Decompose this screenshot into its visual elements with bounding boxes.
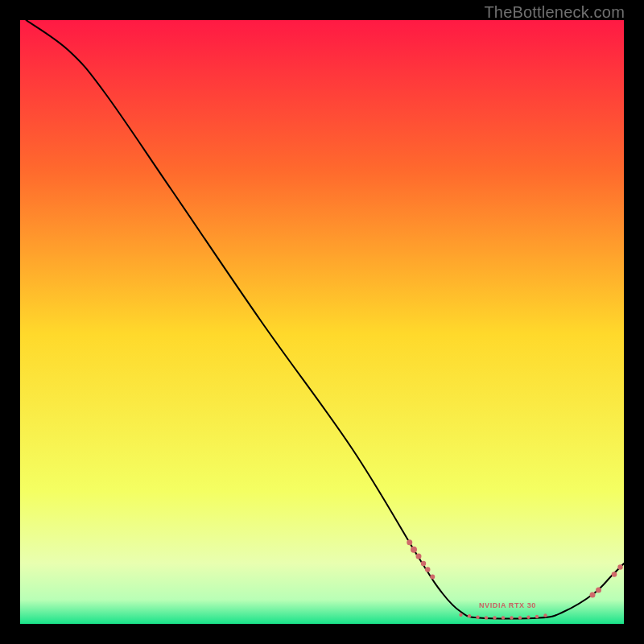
data-marker: [518, 616, 522, 619]
bottleneck-curve: [27, 20, 625, 619]
chart-svg: [20, 20, 624, 624]
data-marker: [468, 614, 471, 617]
data-marker: [476, 616, 479, 619]
data-marker: [416, 554, 422, 559]
data-marker: [510, 616, 513, 619]
attribution-label: TheBottleneck.com: [484, 3, 625, 22]
data-marker: [407, 539, 412, 545]
data-marker: [430, 575, 435, 580]
plot-area: NVIDIA RTX 30: [20, 20, 624, 624]
data-marker: [485, 616, 488, 619]
chart-stage: TheBottleneck.com NVIDIA RTX 30: [0, 0, 644, 644]
data-marker: [617, 564, 622, 569]
data-marker: [526, 616, 530, 619]
series-label: NVIDIA RTX 30: [479, 601, 536, 609]
data-marker: [421, 561, 426, 566]
data-marker: [612, 572, 617, 577]
data-marker: [590, 592, 596, 598]
curve-line: [27, 20, 625, 619]
data-marker: [493, 616, 496, 619]
data-marker: [459, 613, 462, 617]
data-marker: [596, 588, 601, 593]
data-marker: [425, 567, 430, 572]
data-marker: [543, 613, 547, 617]
data-marker: [502, 616, 505, 619]
data-marker: [411, 547, 417, 553]
data-marker: [535, 615, 539, 618]
